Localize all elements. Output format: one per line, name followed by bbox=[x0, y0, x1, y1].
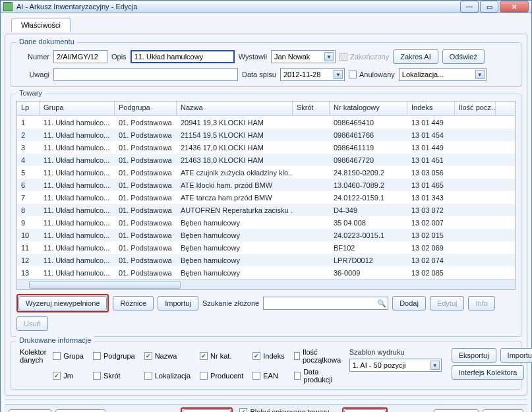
minimize-button[interactable]: ― bbox=[460, 1, 479, 13]
chk-podgrupa[interactable] bbox=[93, 352, 101, 360]
table-row[interactable]: 511. Układ hamulco...01. PodstawowaATE c… bbox=[17, 166, 515, 179]
col-lp[interactable]: Lp bbox=[17, 102, 40, 115]
cell: 20941 19,3 KLOCKI HAM bbox=[177, 119, 293, 127]
maximize-button[interactable]: ▭ bbox=[480, 1, 498, 13]
cell: 01. Podstawowa bbox=[115, 231, 177, 239]
cell: 7 bbox=[17, 194, 40, 202]
uwagi-input[interactable] bbox=[53, 68, 238, 81]
cell: 9 bbox=[17, 219, 40, 227]
cell: 01. Podstawowa bbox=[115, 244, 177, 252]
cell: 01. Podstawowa bbox=[115, 269, 177, 277]
print-legend: Drukowane informacje bbox=[16, 336, 94, 344]
chk-zakonczony bbox=[340, 53, 347, 61]
ilosc-button[interactable]: Ilość sztuk bbox=[183, 409, 231, 412]
chk-ean[interactable] bbox=[252, 372, 260, 380]
tab-panel: Dane dokumentu Numer Opis Wystawił Jan N… bbox=[5, 34, 527, 396]
usun-button: Usuń bbox=[16, 316, 48, 331]
roznice-button[interactable]: Różnice bbox=[113, 296, 154, 310]
col-skrot[interactable]: Skrót bbox=[293, 102, 330, 115]
table-row[interactable]: 1011. Układ hamulco...01. PodstawowaBębe… bbox=[17, 229, 515, 241]
search-input[interactable]: 🔍 bbox=[263, 297, 388, 310]
lbl-szukanie: Szukanie złożone bbox=[202, 299, 259, 307]
tab-properties[interactable]: Właściwości bbox=[11, 18, 71, 32]
cell: 13 02 015 bbox=[407, 231, 455, 239]
importuj-button[interactable]: Importuj bbox=[158, 296, 198, 310]
zakres-button[interactable]: Zakres AI bbox=[393, 49, 438, 64]
cell: Bęben hamulcowy bbox=[177, 244, 293, 252]
chk-prod[interactable] bbox=[200, 372, 208, 380]
podglad-button[interactable]: 🔍 Podgląd bbox=[55, 409, 105, 412]
data-select[interactable]: 2012-11-28▼ bbox=[280, 68, 345, 81]
cell: 8 bbox=[17, 206, 40, 214]
chk-grupa[interactable] bbox=[53, 352, 61, 360]
col-indeks[interactable]: Indeks bbox=[407, 102, 455, 115]
cell: 24.0223-0015.1 bbox=[330, 231, 407, 239]
cell: 11. Układ hamulco... bbox=[40, 231, 115, 239]
col-grupa[interactable]: Grupa bbox=[40, 102, 115, 115]
numer-input[interactable] bbox=[53, 50, 107, 63]
table-row[interactable]: 911. Układ hamulco...01. PodstawowaBęben… bbox=[17, 216, 515, 229]
doc-legend: Dane dokumentu bbox=[16, 38, 77, 45]
szablon-select[interactable]: 1. AI - 50 pozycji▼ bbox=[349, 359, 442, 372]
chk-datap[interactable] bbox=[294, 372, 301, 380]
table-row[interactable]: 1111. Układ hamulco...01. PodstawowaBębe… bbox=[17, 241, 515, 254]
chk-blokuj[interactable] bbox=[239, 408, 247, 412]
cell: ATE klocki ham. przód BMW bbox=[177, 181, 293, 189]
table-row[interactable]: 311. Układ hamulco...01. Podstawowa21436… bbox=[17, 141, 515, 154]
wystawil-select[interactable]: Jan Nowak▼ bbox=[271, 50, 336, 63]
cell: Bęben hamulcowy bbox=[177, 256, 293, 264]
titlebar[interactable]: AI - Arkusz Inwentaryzacyjny - Edycja ― … bbox=[1, 1, 531, 13]
chk-skrot[interactable] bbox=[93, 372, 101, 380]
chk-anulowany[interactable] bbox=[349, 71, 357, 78]
wyzeruj-button[interactable]: Wyzeruj niewypełnione bbox=[18, 296, 107, 310]
app-icon bbox=[3, 2, 13, 11]
zapisz-button[interactable]: 💾 Zapisz bbox=[434, 409, 479, 412]
col-podgrupa[interactable]: Podgrupa bbox=[115, 102, 177, 115]
grid-header: Lp Grupa Podgrupa Nazwa Skrót Nr katalog… bbox=[17, 102, 515, 116]
chk-ilosc[interactable] bbox=[294, 352, 300, 360]
cell: 10 bbox=[17, 231, 40, 239]
chk-jm[interactable] bbox=[53, 372, 61, 380]
chk-nazwa[interactable] bbox=[144, 352, 152, 360]
window-title: AI - Arkusz Inwentaryzacyjny - Edycja bbox=[16, 3, 460, 11]
grid-body[interactable]: 111. Układ hamulco...01. Podstawowa20941… bbox=[17, 116, 515, 279]
col-ilosc[interactable]: Ilość pocz... bbox=[455, 102, 496, 115]
cell: 11 bbox=[17, 244, 40, 252]
lbl-opis: Opis bbox=[111, 53, 127, 61]
print-fieldset: Drukowane informacje Kolektor danych Gru… bbox=[11, 341, 521, 390]
cell: 01. Podstawowa bbox=[115, 181, 177, 189]
scroll-thumb[interactable] bbox=[29, 281, 181, 289]
kol-importuj-button[interactable]: Importuj bbox=[500, 348, 532, 363]
lokalizacja-select[interactable]: Lokalizacja...▼ bbox=[399, 68, 487, 81]
cell: AUTOFREN Reperaturka zacisku ... bbox=[177, 206, 293, 214]
table-row[interactable]: 711. Układ hamulco...01. PodstawowaATE t… bbox=[17, 191, 515, 204]
dodaj-button[interactable]: Dodaj bbox=[392, 296, 426, 310]
interfejs-button[interactable]: Interfejs Kolektora bbox=[452, 365, 525, 380]
close-button[interactable]: ✕ bbox=[500, 1, 529, 13]
cell: 0986461119 bbox=[330, 144, 407, 152]
odswiez-button[interactable]: Odśwież bbox=[442, 49, 485, 64]
chk-lokal[interactable] bbox=[144, 372, 152, 380]
chk-nrkat[interactable] bbox=[200, 352, 208, 360]
h-scrollbar[interactable] bbox=[17, 279, 515, 289]
cell: 11. Układ hamulco... bbox=[40, 194, 115, 202]
cell: 11. Układ hamulco... bbox=[40, 181, 115, 189]
anuluj-button[interactable]: ✖ Anuluj bbox=[483, 409, 523, 412]
eksportuj-button[interactable]: Eksportuj bbox=[452, 348, 496, 363]
col-nazwa[interactable]: Nazwa bbox=[177, 102, 293, 115]
drukuj-button[interactable]: 🖶 Drukuj bbox=[9, 409, 51, 412]
table-row[interactable]: 1311. Układ hamulco...01. PodstawowaBębe… bbox=[17, 266, 515, 279]
table-row[interactable]: 411. Układ hamulco...01. Podstawowa21463… bbox=[17, 154, 515, 166]
table-row[interactable]: 611. Układ hamulco...01. PodstawowaATE k… bbox=[17, 179, 515, 191]
cell: 36-0009 bbox=[330, 269, 407, 277]
opis-input[interactable] bbox=[131, 50, 235, 63]
chk-indeks[interactable] bbox=[252, 352, 260, 360]
cell: 11. Układ hamulco... bbox=[40, 156, 115, 164]
table-row[interactable]: 211. Układ hamulco...01. Podstawowa21154… bbox=[17, 129, 515, 141]
table-row[interactable]: 811. Układ hamulco...01. PodstawowaAUTOF… bbox=[17, 204, 515, 216]
cell: 4 bbox=[17, 156, 40, 164]
col-nrkat[interactable]: Nr katalogowy bbox=[330, 102, 407, 115]
zakoncz-button[interactable]: Zakończ bbox=[344, 409, 386, 412]
table-row[interactable]: 1211. Układ hamulco...01. PodstawowaBębe… bbox=[17, 254, 515, 266]
table-row[interactable]: 111. Układ hamulco...01. Podstawowa20941… bbox=[17, 116, 515, 129]
